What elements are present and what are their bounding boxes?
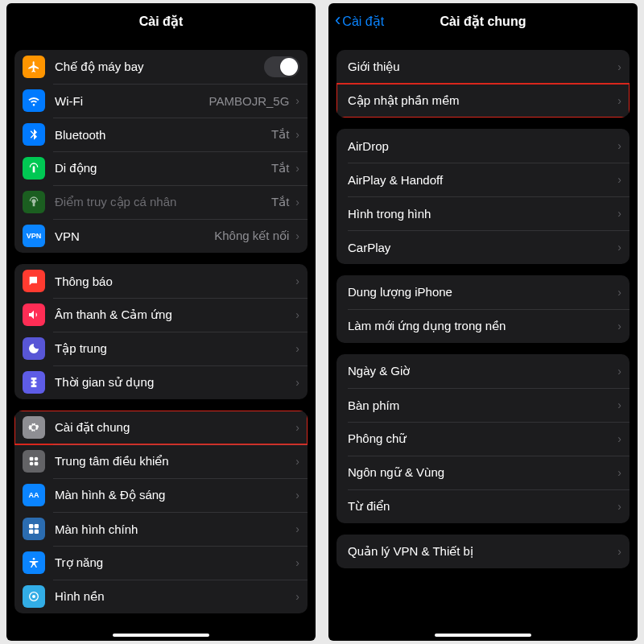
navbar-general: ‹ Cài đặt Cài đặt chung (328, 3, 638, 39)
group-storage: Dung lượng iPhone›Làm mới ứng dụng trong… (336, 275, 630, 343)
row-storage[interactable]: Dung lượng iPhone› (336, 275, 630, 309)
row-accessibility[interactable]: Trợ năng› (14, 546, 308, 580)
row-bg-refresh[interactable]: Làm mới ứng dụng trong nền› (336, 309, 630, 343)
chevron-right-icon: › (617, 432, 621, 445)
chevron-right-icon: › (617, 94, 621, 107)
row-screentime[interactable]: Thời gian sử dụng› (14, 365, 308, 399)
home-indicator[interactable] (113, 634, 209, 637)
row-label: Trung tâm điều khiển (55, 454, 294, 469)
chevron-right-icon: › (295, 556, 299, 569)
chevron-right-icon: › (295, 421, 299, 434)
airplane-switch[interactable] (264, 56, 299, 77)
vpn-icon: VPN (23, 225, 45, 247)
chevron-right-icon: › (617, 139, 621, 152)
home-indicator[interactable] (435, 634, 531, 637)
notifications-icon (23, 270, 45, 292)
back-label: Cài đặt (342, 14, 384, 29)
row-label: AirDrop (348, 139, 616, 153)
chevron-right-icon: › (617, 60, 621, 73)
row-label: Giới thiệu (348, 60, 616, 74)
general-list[interactable]: Giới thiệu›Cập nhật phần mềm› AirDrop›Ai… (328, 39, 638, 641)
settings-root-screen: Cài đặt Chế độ máy bayWi-FiPAMBOJR_5G›Bl… (6, 3, 316, 641)
row-label: Làm mới ứng dụng trong nền (348, 319, 616, 333)
chevron-right-icon: › (295, 229, 299, 242)
row-label: Ngôn ngữ & Vùng (348, 465, 616, 480)
chevron-right-icon: › (295, 308, 299, 321)
row-pip[interactable]: Hình trong hình› (336, 196, 630, 230)
chevron-right-icon: › (617, 398, 621, 411)
svg-rect-4 (29, 524, 33, 528)
row-airplay[interactable]: AirPlay & Handoff› (336, 163, 630, 196)
row-general[interactable]: Cài đặt chung› (14, 411, 308, 444)
row-label: Âm thanh & Cảm ứng (55, 308, 294, 322)
row-language[interactable]: Ngôn ngữ & Vùng› (336, 456, 630, 489)
row-label: Bluetooth (55, 128, 271, 142)
chevron-right-icon: › (295, 128, 299, 141)
row-label: Dung lượng iPhone (348, 285, 616, 299)
row-sounds[interactable]: Âm thanh & Cảm ứng› (14, 298, 308, 332)
group-locale: Ngày & Giờ›Bàn phím›Phông chữ›Ngôn ngữ &… (336, 354, 630, 523)
row-airplane[interactable]: Chế độ máy bay (14, 50, 308, 84)
chevron-right-icon: › (295, 489, 299, 502)
row-notifications[interactable]: Thông báo› (14, 264, 308, 298)
row-value: Tắt (271, 161, 289, 175)
chevron-right-icon: › (617, 207, 621, 220)
row-label: Di động (55, 161, 271, 175)
svg-rect-1 (35, 457, 39, 461)
navbar-settings: Cài đặt (6, 3, 316, 39)
row-hotspot[interactable]: Điểm truy cập cá nhânTắt› (14, 185, 308, 219)
row-datetime[interactable]: Ngày & Giờ› (336, 354, 630, 388)
chevron-right-icon: › (295, 376, 299, 389)
group-general: Cài đặt chung›Trung tâm điều khiển›AAMàn… (14, 411, 308, 613)
svg-rect-2 (30, 462, 34, 466)
chevron-right-icon: › (617, 241, 621, 254)
row-focus[interactable]: Tập trung› (14, 332, 308, 365)
row-vpn-device[interactable]: Quản lý VPN & Thiết bị› (336, 535, 630, 568)
bluetooth-icon (23, 123, 45, 146)
row-cellular[interactable]: Di độngTắt› (14, 151, 308, 185)
chevron-right-icon: › (617, 466, 621, 479)
row-label: Hình nền (55, 589, 294, 604)
row-software-update[interactable]: Cập nhật phần mềm› (336, 84, 630, 118)
row-keyboard[interactable]: Bàn phím› (336, 388, 630, 422)
row-dictionary[interactable]: Từ điển› (336, 489, 630, 523)
chevron-right-icon: › (295, 522, 299, 535)
row-label: Thông báo (55, 275, 294, 288)
chevron-right-icon: › (295, 196, 299, 208)
row-label: Điểm truy cập cá nhân (55, 195, 271, 209)
chevron-right-icon: › (295, 342, 299, 355)
chevron-right-icon: › (295, 94, 299, 107)
chevron-right-icon: › (617, 500, 621, 513)
row-homescreen[interactable]: Màn hình chính› (14, 512, 308, 546)
wallpaper-icon (23, 585, 45, 608)
group-notifications: Thông báo›Âm thanh & Cảm ứng›Tập trung›T… (14, 264, 308, 399)
row-label: Ngày & Giờ (348, 364, 616, 378)
row-vpn[interactable]: VPNVPNKhông kết nối› (14, 219, 308, 253)
row-label: VPN (55, 229, 214, 243)
row-label: Trợ năng (55, 555, 294, 570)
row-bluetooth[interactable]: BluetoothTắt› (14, 118, 308, 151)
row-display[interactable]: AAMàn hình & Độ sáng› (14, 478, 308, 512)
settings-list[interactable]: Chế độ máy bayWi-FiPAMBOJR_5G›BluetoothT… (6, 39, 316, 641)
row-label: Cập nhật phần mềm (348, 93, 616, 108)
row-label: Wi-Fi (55, 94, 209, 108)
row-about[interactable]: Giới thiệu› (336, 50, 630, 84)
svg-point-10 (32, 595, 35, 598)
chevron-right-icon: › (295, 590, 299, 603)
controlcenter-icon (23, 450, 45, 473)
back-button[interactable]: ‹ Cài đặt (335, 3, 384, 39)
row-airdrop[interactable]: AirDrop› (336, 129, 630, 163)
row-carplay[interactable]: CarPlay› (336, 230, 630, 264)
svg-rect-3 (35, 462, 39, 466)
row-wifi[interactable]: Wi-FiPAMBOJR_5G› (14, 84, 308, 118)
svg-rect-7 (35, 530, 39, 534)
row-label: Quản lý VPN & Thiết bị (348, 544, 616, 559)
row-wallpaper[interactable]: Hình nền› (14, 580, 308, 613)
row-label: CarPlay (348, 241, 616, 254)
row-fonts[interactable]: Phông chữ› (336, 422, 630, 456)
row-label: Bàn phím (348, 398, 616, 412)
wifi-icon (23, 89, 45, 112)
row-controlcenter[interactable]: Trung tâm điều khiển› (14, 444, 308, 478)
svg-point-8 (33, 558, 35, 560)
svg-rect-5 (35, 524, 39, 528)
